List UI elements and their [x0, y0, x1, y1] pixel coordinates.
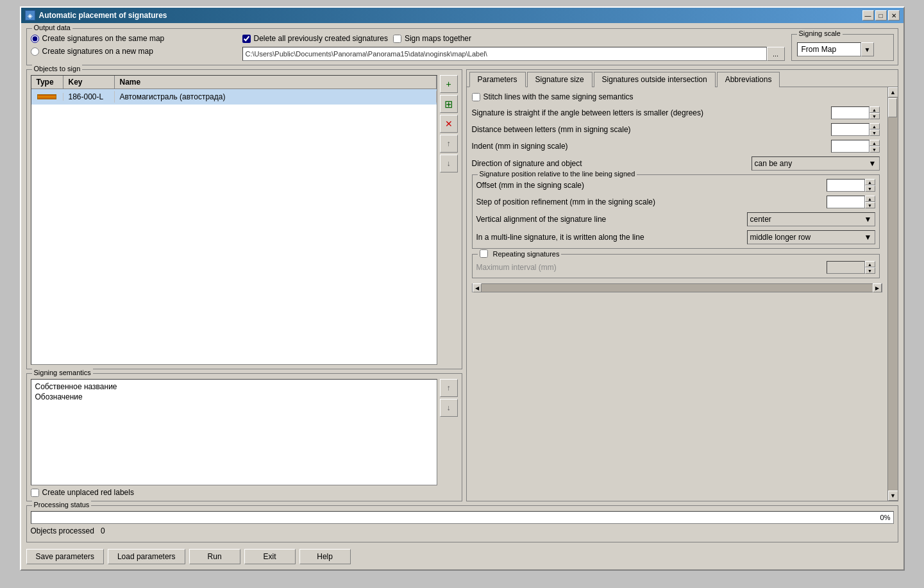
- output-data-group: Output data Create signatures on the sam…: [26, 28, 898, 65]
- objects-processed: Objects processed 0: [31, 526, 894, 535]
- run-button[interactable]: Run: [189, 549, 240, 564]
- add-object-button[interactable]: +: [440, 75, 458, 93]
- objects-to-sign-title: Objects to sign: [32, 65, 83, 72]
- interval-spin-down[interactable]: ▼: [865, 267, 875, 274]
- from-map-input[interactable]: From Map: [797, 42, 861, 56]
- tab-scrollbar[interactable]: ▲ ▼: [887, 87, 898, 501]
- close-button[interactable]: ✕: [888, 10, 900, 21]
- checkbox-delete-input[interactable]: [242, 35, 251, 43]
- multiline-dropdown[interactable]: middle longer row ▼: [747, 230, 875, 244]
- radio-new-map-input[interactable]: [31, 47, 39, 56]
- radio-new-map[interactable]: Create signatures on a new map: [31, 47, 236, 56]
- repeating-checkbox[interactable]: [480, 249, 488, 258]
- scroll-down[interactable]: ▼: [888, 491, 898, 501]
- horiz-scrollbar[interactable]: ◀ ▶: [472, 283, 882, 292]
- step-spin-up[interactable]: ▲: [865, 196, 875, 202]
- step-spin-down[interactable]: ▼: [865, 202, 875, 208]
- semantics-side-buttons: ↑ ↓: [440, 379, 458, 485]
- move-up-button[interactable]: ↑: [440, 135, 458, 153]
- semantics-item[interactable]: Обозначение: [33, 392, 435, 402]
- tab-abbreviations[interactable]: Abbreviations: [717, 72, 780, 87]
- h-scroll-left[interactable]: ◀: [473, 283, 482, 292]
- offset-spin: ▲ ▼: [865, 179, 875, 192]
- left-panel: Objects to sign Type Key Name: [26, 69, 462, 501]
- semantics-content: Собственное название Обозначение ↑ ↓: [31, 379, 458, 485]
- save-parameters-button[interactable]: Save parameters: [26, 549, 104, 564]
- valign-dropdown[interactable]: center ▼: [747, 212, 875, 226]
- step-input[interactable]: 0.0: [827, 196, 865, 208]
- indent-spinbox: 0.0 ▲ ▼: [831, 140, 880, 153]
- offset-input[interactable]: 0.0: [827, 179, 865, 192]
- indent-label: Indent (mm in signing scale): [472, 142, 826, 151]
- param-row-angle: Signature is straight if the angle betwe…: [472, 106, 880, 119]
- distance-input[interactable]: 0.0: [831, 123, 869, 136]
- scroll-thumb[interactable]: [888, 98, 897, 117]
- checkbox-sign-input[interactable]: [393, 35, 401, 43]
- td-type: [31, 93, 63, 101]
- radio-same-map[interactable]: Create signatures on the same map: [31, 34, 236, 43]
- step-spinbox: 0.0 ▲ ▼: [827, 196, 875, 208]
- interval-spin: ▲ ▼: [865, 261, 875, 274]
- angle-spin-up[interactable]: ▲: [869, 106, 880, 113]
- checkbox-delete[interactable]: Delete all previously created signatures: [242, 34, 388, 43]
- offset-spin-up[interactable]: ▲: [865, 179, 875, 185]
- param-row-indent: Indent (mm in signing scale) 0.0 ▲ ▼: [472, 140, 880, 153]
- offset-spin-down[interactable]: ▼: [865, 185, 875, 192]
- tab-parameters[interactable]: Parameters: [469, 72, 526, 87]
- unplaced-label: Create unplaced red labels: [42, 488, 134, 497]
- valign-label: Vertical alignment of the signature line: [476, 215, 742, 224]
- direction-dropdown-arrow: ▼: [869, 159, 877, 168]
- angle-input[interactable]: 3: [831, 106, 869, 119]
- table-body: 186-000-L Автомагистраль (автострада): [31, 89, 437, 364]
- angle-spin: ▲ ▼: [869, 106, 880, 119]
- angle-spin-down[interactable]: ▼: [869, 113, 880, 119]
- exit-button[interactable]: Exit: [244, 549, 296, 564]
- semantics-down-button[interactable]: ↓: [440, 399, 458, 417]
- unplaced-row: Create unplaced red labels: [31, 488, 458, 497]
- valign-value: center: [750, 215, 771, 224]
- interval-input[interactable]: 50.0: [827, 261, 865, 274]
- bottom-buttons: Save parameters Load parameters Run Exit…: [26, 549, 898, 564]
- offset-spinbox: 0.0 ▲ ▼: [827, 179, 875, 192]
- tab-signature-size[interactable]: Signature size: [527, 72, 592, 87]
- content-area: Output data Create signatures on the sam…: [21, 23, 903, 569]
- objects-to-sign-group: Objects to sign Type Key Name: [26, 69, 462, 369]
- stitch-checkbox[interactable]: [472, 93, 480, 101]
- delete-object-button[interactable]: ✕: [440, 115, 458, 133]
- path-input[interactable]: C:\Users\Public\Documents\Panorama\Panor…: [242, 47, 767, 61]
- direction-dropdown[interactable]: can be any ▼: [752, 156, 880, 171]
- progress-bar: 0%: [31, 511, 894, 524]
- scroll-up[interactable]: ▲: [888, 87, 898, 97]
- indent-spin-down[interactable]: ▼: [869, 146, 880, 153]
- indent-spin-up[interactable]: ▲: [869, 140, 880, 146]
- param-row-step: Step of position refinement (mm in the s…: [476, 196, 875, 208]
- direction-label: Direction of signature and object: [472, 159, 746, 168]
- semantics-up-button[interactable]: ↑: [440, 379, 458, 397]
- signing-scale-inner: From Map ▼: [797, 42, 888, 56]
- position-section: Signature position relative to the line …: [472, 174, 880, 249]
- table-row[interactable]: 186-000-L Автомагистраль (автострада): [31, 89, 437, 105]
- distance-spin-up[interactable]: ▲: [869, 123, 880, 130]
- param-row-offset: Offset (mm in the signing scale) 0.0 ▲ ▼: [476, 179, 875, 192]
- maximize-button[interactable]: □: [875, 10, 887, 21]
- h-scroll-right[interactable]: ▶: [873, 283, 882, 292]
- distance-spin-down[interactable]: ▼: [869, 130, 880, 136]
- checkbox-sign-together[interactable]: Sign maps together: [393, 34, 471, 43]
- signing-scale-dropdown[interactable]: ▼: [861, 42, 874, 56]
- add-object2-button[interactable]: ⊞: [440, 95, 458, 113]
- help-button[interactable]: Help: [299, 549, 351, 564]
- minimize-button[interactable]: —: [862, 10, 874, 21]
- title-bar: ◈ Automatic placement of signatures — □ …: [21, 8, 903, 23]
- radio-same-map-input[interactable]: [31, 35, 39, 43]
- unplaced-checkbox[interactable]: [31, 489, 39, 497]
- output-data-title: Output data: [32, 24, 73, 31]
- semantics-item[interactable]: Собственное название: [33, 382, 435, 392]
- tab-signatures-outside[interactable]: Signatures outside intersection: [594, 72, 716, 87]
- position-section-title: Signature position relative to the line …: [478, 170, 637, 178]
- interval-spin-up[interactable]: ▲: [865, 261, 875, 267]
- load-parameters-button[interactable]: Load parameters: [108, 549, 185, 564]
- move-down-button[interactable]: ↓: [440, 155, 458, 172]
- direction-value: can be any: [755, 159, 793, 168]
- indent-input[interactable]: 0.0: [831, 140, 869, 153]
- browse-button[interactable]: ...: [767, 47, 785, 61]
